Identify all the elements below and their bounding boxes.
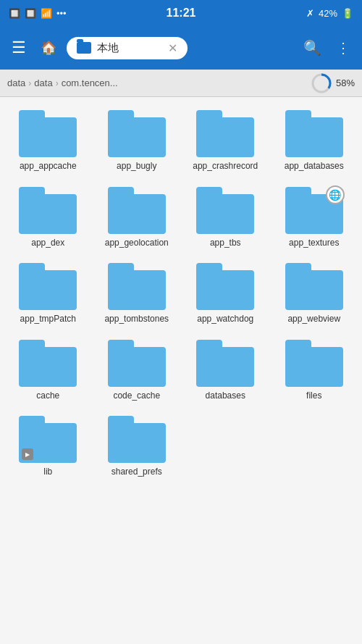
search-button[interactable]: 🔍 xyxy=(299,35,326,61)
breadcrumb-chevron2: › xyxy=(56,78,59,88)
folder-icon xyxy=(19,110,77,157)
status-left: 🔲 🔲 📶 ••• xyxy=(9,8,67,19)
folder-icon xyxy=(285,263,343,310)
list-item[interactable]: code_cache xyxy=(93,334,182,408)
folder-icon xyxy=(285,110,343,157)
folder-icon xyxy=(19,263,77,310)
globe-badge-icon: 🌐 xyxy=(326,185,345,204)
folder-icon xyxy=(108,416,166,463)
battery-label: 42% xyxy=(319,8,337,19)
dots-icon: ••• xyxy=(56,8,67,19)
breadcrumb: data › data › com.tencen... 58% xyxy=(0,70,362,97)
file-name-label: cache xyxy=(36,390,59,402)
file-name-label: app_crashrecord xyxy=(193,161,258,172)
list-item[interactable]: app_watchdog xyxy=(181,257,270,331)
breadcrumb-tencent[interactable]: com.tencen... xyxy=(62,78,118,88)
battery-icon: 🔋 xyxy=(342,8,353,19)
file-name-label: files xyxy=(306,390,321,402)
file-name-label: databases xyxy=(206,390,245,402)
breadcrumb-data2[interactable]: data xyxy=(34,78,52,88)
status-right: ✗ 42% 🔋 xyxy=(306,8,353,19)
folder-icon xyxy=(19,187,77,234)
list-item[interactable]: app_databases xyxy=(270,104,359,178)
folder-icon xyxy=(108,110,166,157)
home-icon[interactable]: 🏠 xyxy=(36,35,61,60)
list-item[interactable]: shared_prefs xyxy=(93,410,182,484)
storage-percent: 58% xyxy=(336,78,355,88)
breadcrumb-chevron1: › xyxy=(28,78,31,88)
folder-icon xyxy=(196,110,254,157)
list-item[interactable]: app_tmpPatch xyxy=(4,257,93,331)
list-item[interactable]: app_crashrecord xyxy=(181,104,270,178)
folder-icon xyxy=(196,340,254,387)
folder-icon xyxy=(285,340,343,387)
folder-icon xyxy=(19,340,77,387)
file-name-label: app_watchdog xyxy=(197,314,253,325)
menu-icon[interactable]: ☰ xyxy=(7,34,30,62)
tab-label: 本地 xyxy=(97,41,119,55)
folder-icon: ▶ xyxy=(19,416,77,463)
folder-icon xyxy=(196,263,254,310)
storage-info: 58% xyxy=(311,73,355,93)
folder-icon xyxy=(196,187,254,234)
file-name-label: app_textures xyxy=(289,238,339,249)
list-item[interactable]: cache xyxy=(4,334,93,408)
file-name-label: app_tbs xyxy=(210,238,241,249)
tab-folder-icon xyxy=(77,42,91,54)
list-item[interactable]: files xyxy=(270,334,359,408)
file-name-label: code_cache xyxy=(113,390,160,402)
list-item[interactable]: app_dex xyxy=(4,181,93,255)
list-item[interactable]: 🌐app_textures xyxy=(270,181,359,255)
current-tab[interactable]: 本地 ✕ xyxy=(67,37,188,59)
file-name-label: app_tombstones xyxy=(104,314,169,325)
file-name-label: lib xyxy=(43,467,52,478)
file-name-label: app_webview xyxy=(287,314,340,325)
list-item[interactable]: app_tbs xyxy=(181,181,270,255)
file-name-label: app_geolocation xyxy=(105,238,169,249)
breadcrumb-data1[interactable]: data xyxy=(7,78,25,88)
sim2-icon: 🔲 xyxy=(25,8,36,19)
storage-chart xyxy=(311,73,332,93)
file-name-label: app_dex xyxy=(31,238,64,249)
list-item[interactable]: app_geolocation xyxy=(93,181,182,255)
status-time: 11:21 xyxy=(167,7,196,20)
file-name-label: app_appcache xyxy=(20,161,77,172)
folder-icon xyxy=(108,187,166,234)
lib-badge-icon: ▶ xyxy=(22,448,33,460)
status-bar: 🔲 🔲 📶 ••• 11:21 ✗ 42% 🔋 xyxy=(0,0,362,26)
folder-icon xyxy=(108,263,166,310)
folder-icon: 🌐 xyxy=(285,187,343,234)
list-item[interactable]: ▶lib xyxy=(4,410,93,484)
file-name-label: app_databases xyxy=(285,161,344,172)
folder-icon xyxy=(108,340,166,387)
wifi-icon: 📶 xyxy=(41,8,52,19)
file-name-label: shared_prefs xyxy=(111,467,162,478)
tab-close-icon[interactable]: ✕ xyxy=(168,41,177,55)
file-name-label: app_bugly xyxy=(117,161,156,172)
list-item[interactable]: databases xyxy=(181,334,270,408)
list-item[interactable]: app_webview xyxy=(270,257,359,331)
no-signal-icon: ✗ xyxy=(306,8,314,19)
list-item[interactable]: app_appcache xyxy=(4,104,93,178)
toolbar: ☰ 🏠 本地 ✕ 🔍 ⋮ xyxy=(0,26,362,70)
file-grid: app_appcacheapp_buglyapp_crashrecordapp_… xyxy=(0,97,362,644)
file-name-label: app_tmpPatch xyxy=(20,314,76,325)
list-item[interactable]: app_bugly xyxy=(93,104,182,178)
sim-icon: 🔲 xyxy=(9,8,20,19)
more-button[interactable]: ⋮ xyxy=(332,35,355,61)
list-item[interactable]: app_tombstones xyxy=(93,257,182,331)
